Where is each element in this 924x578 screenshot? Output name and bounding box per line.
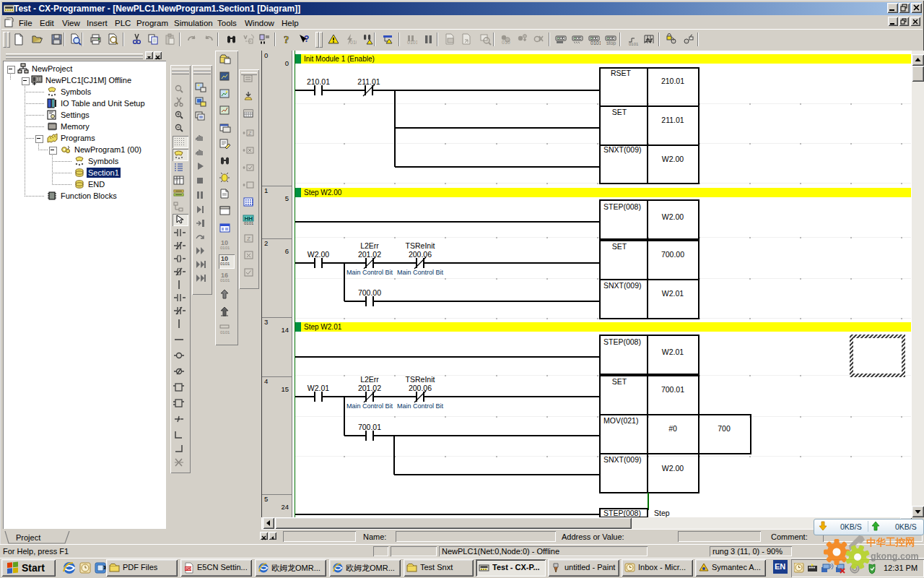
svg-text:SNXT(009): SNXT(009) [603, 145, 642, 154]
svg-text:Start: Start [22, 562, 45, 574]
svg-text:W2.00: W2.00 [662, 464, 684, 473]
svg-text:gkong.com: gkong.com [871, 551, 919, 561]
svg-text:W2.01: W2.01 [662, 289, 684, 298]
svg-text:TSReInit: TSReInit [406, 241, 435, 250]
svg-text:14: 14 [281, 326, 289, 334]
svg-text:201.02: 201.02 [358, 250, 381, 259]
svg-text:700.00: 700.00 [358, 288, 381, 297]
svg-text:211.01: 211.01 [661, 116, 684, 124]
svg-text:Z: Z [248, 131, 252, 136]
svg-text:0101: 0101 [590, 40, 601, 46]
svg-text:STEP(008): STEP(008) [603, 337, 641, 346]
svg-text:4: 4 [264, 377, 268, 385]
svg-text:Z: Z [247, 236, 250, 242]
svg-text:201.02: 201.02 [358, 384, 381, 392]
svg-text:W2.01: W2.01 [662, 348, 684, 356]
svg-text:24: 24 [281, 503, 289, 511]
svg-text:SNXT(009): SNXT(009) [603, 281, 642, 290]
svg-text:200.06: 200.06 [409, 384, 432, 392]
svg-text:TSReInit: TSReInit [406, 375, 435, 384]
svg-text:SET: SET [612, 377, 627, 386]
svg-text:210.01: 210.01 [307, 77, 330, 86]
svg-text:0101: 0101 [220, 278, 230, 282]
svg-text:Main Control Bit: Main Control Bit [346, 402, 393, 410]
svg-text:700.01: 700.01 [661, 385, 684, 394]
svg-text:0101: 0101 [629, 42, 639, 46]
svg-text:Init Module 1 (Enable): Init Module 1 (Enable) [304, 55, 375, 63]
svg-text:3: 3 [264, 318, 268, 326]
svg-text:0: 0 [264, 51, 268, 59]
svg-text:15: 15 [281, 385, 289, 393]
svg-text:010: 010 [502, 40, 510, 45]
svg-text:1: 1 [264, 186, 268, 194]
svg-text:#0: #0 [668, 424, 677, 433]
svg-text:210.01: 210.01 [661, 77, 684, 85]
svg-text:Main Control Bit: Main Control Bit [397, 269, 444, 276]
svg-text:L2Err: L2Err [360, 241, 379, 250]
svg-text:W2.01: W2.01 [308, 384, 330, 392]
svg-text:211.01: 211.01 [357, 77, 380, 86]
svg-text:SET: SET [612, 242, 627, 251]
svg-text:?: ? [284, 34, 289, 46]
svg-text:5: 5 [285, 194, 289, 202]
svg-text:Main Control Bit: Main Control Bit [346, 269, 393, 276]
svg-text:W2.00: W2.00 [308, 250, 330, 259]
svg-text:PDF: PDF [186, 566, 193, 571]
svg-text:0101: 0101 [350, 40, 357, 45]
svg-text:MOV(021): MOV(021) [603, 416, 638, 425]
svg-text:200.06: 200.06 [409, 250, 432, 259]
svg-text:STEP(008): STEP(008) [603, 202, 641, 211]
svg-text:0101: 0101 [407, 40, 417, 45]
svg-text:0101: 0101 [244, 221, 254, 225]
svg-text:W2.00: W2.00 [662, 212, 684, 221]
svg-text:STEP(008): STEP(008) [603, 509, 641, 517]
svg-text:5: 5 [264, 495, 268, 503]
svg-text:RSET: RSET [611, 69, 632, 77]
svg-text:2: 2 [264, 239, 268, 247]
svg-text:中华工控网: 中华工控网 [866, 537, 915, 548]
svg-text:SNXT(009): SNXT(009) [603, 455, 642, 464]
svg-text:stop: stop [606, 40, 616, 46]
svg-text:700: 700 [718, 424, 731, 433]
svg-text:Step W2.00: Step W2.00 [304, 189, 342, 197]
svg-text:0101: 0101 [220, 330, 230, 335]
svg-text:700.01: 700.01 [358, 423, 381, 431]
svg-text:6: 6 [285, 247, 289, 255]
svg-text:?: ? [304, 34, 309, 44]
svg-text:Main Control Bit: Main Control Bit [397, 402, 444, 410]
svg-text:0101: 0101 [220, 246, 230, 250]
svg-text:700.00: 700.00 [661, 250, 684, 259]
svg-text:SET: SET [612, 108, 627, 116]
svg-text:Step W2.01: Step W2.01 [304, 323, 342, 331]
svg-text:0101: 0101 [220, 262, 230, 266]
svg-text:W2.00: W2.00 [662, 155, 684, 163]
svg-text:Step: Step [654, 509, 670, 517]
svg-text:0: 0 [285, 59, 289, 67]
svg-text:L2Err: L2Err [360, 375, 379, 384]
